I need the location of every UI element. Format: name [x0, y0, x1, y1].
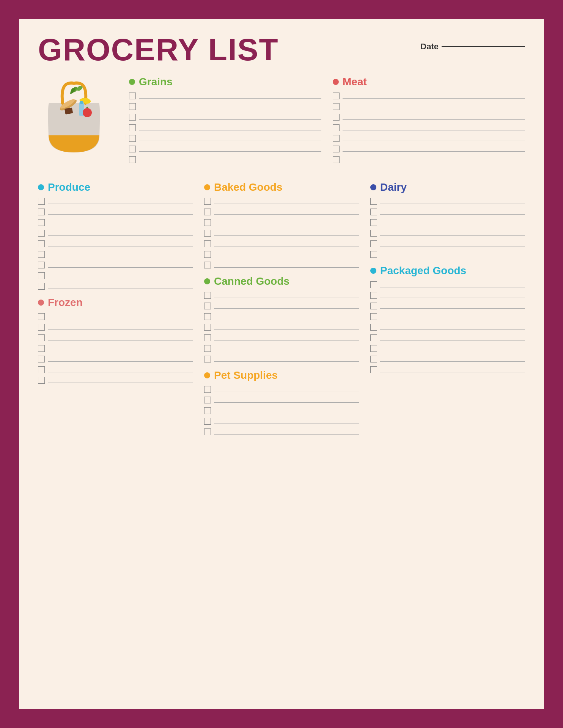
check-line: [48, 241, 193, 246]
checkbox[interactable]: [204, 428, 211, 435]
list-item: [129, 156, 321, 163]
checkbox[interactable]: [38, 219, 45, 226]
checkbox[interactable]: [204, 386, 211, 393]
checkbox[interactable]: [38, 313, 45, 320]
check-line: [214, 387, 359, 392]
checkbox[interactable]: [129, 156, 136, 163]
checkbox[interactable]: [204, 407, 211, 414]
checkbox[interactable]: [370, 303, 377, 309]
grains-title: Grains: [139, 76, 173, 88]
checkbox[interactable]: [370, 230, 377, 237]
date-line[interactable]: [442, 46, 525, 47]
checkbox[interactable]: [204, 292, 211, 299]
checkbox[interactable]: [204, 219, 211, 226]
checkbox[interactable]: [204, 303, 211, 309]
checkbox[interactable]: [333, 114, 340, 121]
check-line: [139, 93, 321, 99]
checkbox[interactable]: [38, 334, 45, 341]
checkbox[interactable]: [129, 135, 136, 142]
check-line: [380, 335, 525, 340]
checkbox[interactable]: [370, 313, 377, 320]
check-line: [48, 378, 193, 383]
checkbox[interactable]: [370, 281, 377, 288]
check-line: [214, 325, 359, 330]
check-line: [214, 220, 359, 225]
check-line: [48, 199, 193, 204]
checkbox[interactable]: [370, 345, 377, 352]
checkbox[interactable]: [204, 313, 211, 320]
list-item: [38, 334, 193, 341]
checkbox[interactable]: [204, 262, 211, 268]
meat-dot: [333, 79, 339, 85]
checkbox[interactable]: [333, 93, 340, 99]
checkbox[interactable]: [38, 198, 45, 205]
checkbox[interactable]: [333, 156, 340, 163]
checkbox[interactable]: [38, 324, 45, 331]
list-item: [204, 334, 359, 341]
checkbox[interactable]: [129, 146, 136, 152]
checkbox[interactable]: [38, 356, 45, 362]
list-item: [204, 324, 359, 331]
checkbox[interactable]: [204, 324, 211, 331]
checkbox[interactable]: [204, 418, 211, 425]
checkbox[interactable]: [38, 251, 45, 258]
checkbox[interactable]: [204, 356, 211, 362]
check-line: [48, 346, 193, 351]
list-item: [38, 262, 193, 268]
checkbox[interactable]: [38, 240, 45, 247]
checkbox[interactable]: [204, 334, 211, 341]
checkbox[interactable]: [38, 283, 45, 290]
checkbox[interactable]: [370, 251, 377, 258]
checkbox[interactable]: [370, 219, 377, 226]
checkbox[interactable]: [370, 366, 377, 373]
checkbox[interactable]: [370, 334, 377, 341]
checkbox[interactable]: [204, 397, 211, 403]
list-item: [333, 146, 525, 152]
checkbox[interactable]: [38, 345, 45, 352]
checkbox[interactable]: [370, 324, 377, 331]
check-line: [139, 146, 321, 152]
checkbox[interactable]: [38, 262, 45, 268]
checkbox[interactable]: [204, 209, 211, 215]
checkbox[interactable]: [333, 103, 340, 110]
checkbox[interactable]: [204, 251, 211, 258]
date-label: Date: [420, 42, 439, 52]
check-line: [380, 282, 525, 287]
meat-header: Meat: [333, 76, 525, 88]
checkbox[interactable]: [370, 209, 377, 215]
page-title: GROCERY LIST: [38, 34, 279, 65]
checkbox[interactable]: [129, 124, 136, 131]
list-item: [333, 135, 525, 142]
checkbox[interactable]: [38, 230, 45, 237]
checkbox[interactable]: [204, 240, 211, 247]
canned-goods-dot: [204, 278, 210, 284]
checkbox[interactable]: [204, 345, 211, 352]
grains-dot: [129, 79, 135, 85]
list-item: [129, 93, 321, 99]
packaged-goods-header: Packaged Goods: [370, 265, 525, 277]
checkbox[interactable]: [38, 209, 45, 215]
checkbox[interactable]: [204, 198, 211, 205]
checkbox[interactable]: [38, 272, 45, 279]
checkbox[interactable]: [38, 377, 45, 384]
list-item: [204, 386, 359, 393]
checkbox[interactable]: [370, 198, 377, 205]
checkbox[interactable]: [129, 93, 136, 99]
list-item: [370, 356, 525, 362]
dairy-header: Dairy: [370, 181, 525, 193]
list-item: [204, 397, 359, 403]
checkbox[interactable]: [370, 292, 377, 299]
list-item: [38, 356, 193, 362]
checkbox[interactable]: [129, 114, 136, 121]
list-item: [129, 114, 321, 121]
frozen-dot: [38, 300, 44, 306]
checkbox[interactable]: [333, 124, 340, 131]
checkbox[interactable]: [333, 146, 340, 152]
checkbox[interactable]: [333, 135, 340, 142]
checkbox[interactable]: [204, 230, 211, 237]
checkbox[interactable]: [370, 240, 377, 247]
checkbox[interactable]: [38, 366, 45, 373]
checkbox[interactable]: [129, 103, 136, 110]
checkbox[interactable]: [370, 356, 377, 362]
check-line: [214, 199, 359, 204]
